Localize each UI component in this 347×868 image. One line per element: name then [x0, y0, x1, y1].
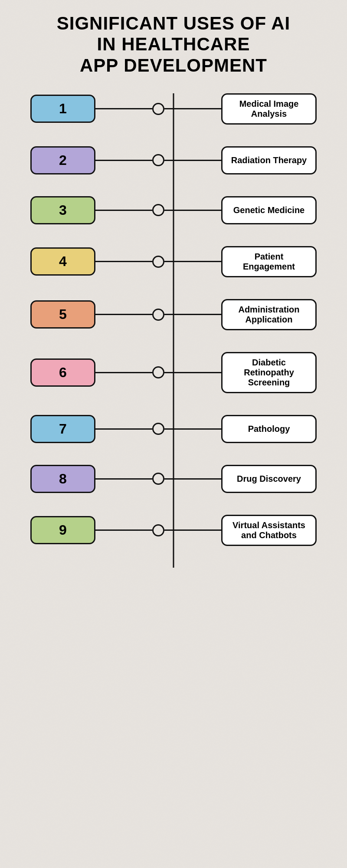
num-box-5: 5 — [30, 300, 95, 329]
connector-line-left — [95, 314, 152, 315]
connector-line-left — [95, 529, 152, 531]
connector-line-right — [164, 210, 221, 211]
num-box-8: 8 — [30, 465, 95, 493]
connector-line-right — [164, 478, 221, 480]
page-title: Significant Uses of AI in Healthcare App… — [57, 13, 290, 76]
num-box-7: 7 — [30, 415, 95, 443]
timeline-item: 2Radiation Therapy — [22, 146, 325, 174]
timeline-item: 6Diabetic Retinopathy Screening — [22, 352, 325, 393]
connector-line-left — [95, 372, 152, 373]
timeline-item: 9Virtual Assistants and Chatbots — [22, 515, 325, 546]
num-box-9: 9 — [30, 516, 95, 544]
timeline-item: 4Patient Engagement — [22, 246, 325, 277]
connector-line-left — [95, 478, 152, 480]
num-box-4: 4 — [30, 247, 95, 276]
connector-line-left — [95, 261, 152, 262]
label-box-7: Pathology — [221, 415, 317, 443]
circle-node — [152, 154, 164, 166]
num-box-3: 3 — [30, 196, 95, 224]
connector-line-left — [95, 428, 152, 430]
connector-line-right — [164, 314, 221, 315]
label-box-2: Radiation Therapy — [221, 146, 317, 174]
label-box-6: Diabetic Retinopathy Screening — [221, 352, 317, 393]
timeline-item: 7Pathology — [22, 415, 325, 443]
circle-node — [152, 204, 164, 216]
connector-line-right — [164, 529, 221, 531]
label-box-1: Medical Image Analysis — [221, 93, 317, 125]
circle-node — [152, 473, 164, 485]
timeline: 1Medical Image Analysis2Radiation Therap… — [22, 93, 325, 568]
timeline-item: 5Administration Application — [22, 299, 325, 330]
connector-line-left — [95, 160, 152, 161]
label-box-4: Patient Engagement — [221, 246, 317, 277]
timeline-item: 3Genetic Medicine — [22, 196, 325, 224]
circle-node — [152, 309, 164, 321]
connector-line-left — [95, 210, 152, 211]
connector-line-right — [164, 428, 221, 430]
circle-node — [152, 423, 164, 435]
connector-line-right — [164, 160, 221, 161]
label-box-9: Virtual Assistants and Chatbots — [221, 515, 317, 546]
timeline-item: 8Drug Discovery — [22, 465, 325, 493]
circle-node — [152, 103, 164, 115]
num-box-1: 1 — [30, 95, 95, 123]
num-box-2: 2 — [30, 146, 95, 174]
label-box-3: Genetic Medicine — [221, 196, 317, 224]
timeline-item: 1Medical Image Analysis — [22, 93, 325, 125]
circle-node — [152, 366, 164, 378]
connector-line-left — [95, 108, 152, 109]
connector-line-right — [164, 108, 221, 109]
circle-node — [152, 524, 164, 536]
connector-line-right — [164, 372, 221, 373]
num-box-6: 6 — [30, 358, 95, 387]
label-box-5: Administration Application — [221, 299, 317, 330]
connector-line-right — [164, 261, 221, 262]
label-box-8: Drug Discovery — [221, 465, 317, 493]
circle-node — [152, 256, 164, 268]
